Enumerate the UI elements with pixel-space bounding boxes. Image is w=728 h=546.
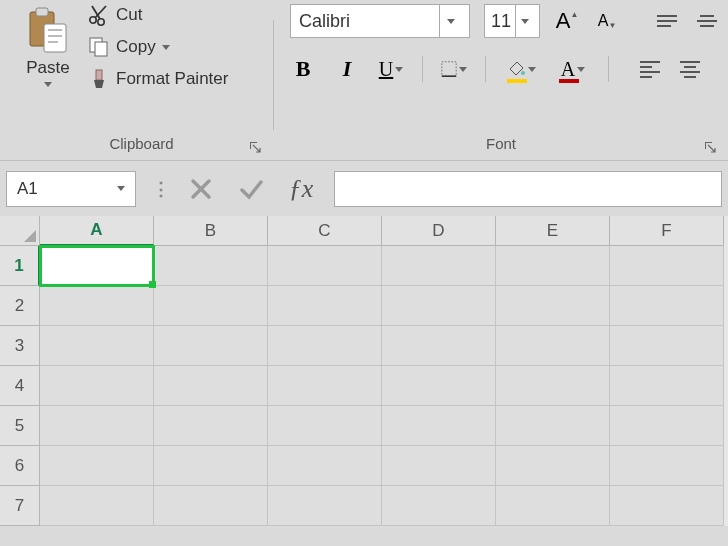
underline-button[interactable]: U	[378, 56, 404, 82]
cell-A5[interactable]	[40, 406, 154, 446]
font-name-dropdown-icon	[439, 5, 461, 37]
cell-D1[interactable]	[382, 246, 496, 286]
column-header-B[interactable]: B	[154, 216, 268, 246]
cell-C3[interactable]	[268, 326, 382, 366]
cell-A7[interactable]	[40, 486, 154, 526]
launcher-icon	[247, 139, 263, 155]
cell-E7[interactable]	[496, 486, 610, 526]
cell-B4[interactable]	[154, 366, 268, 406]
align-center-button[interactable]	[677, 56, 703, 82]
paste-dropdown-icon	[44, 82, 52, 87]
shrink-font-icon: A	[598, 12, 609, 30]
cell-F1[interactable]	[610, 246, 724, 286]
cell-B3[interactable]	[154, 326, 268, 366]
align-left-button[interactable]	[637, 56, 663, 82]
row-header-4[interactable]: 4	[0, 366, 40, 406]
cell-C7[interactable]	[268, 486, 382, 526]
formula-input[interactable]	[334, 171, 722, 207]
cell-F3[interactable]	[610, 326, 724, 366]
cell-A3[interactable]	[40, 326, 154, 366]
cell-C4[interactable]	[268, 366, 382, 406]
cell-E1[interactable]	[496, 246, 610, 286]
enter-formula-button[interactable]	[226, 171, 276, 207]
fx-icon: ƒx	[289, 174, 314, 204]
cell-E6[interactable]	[496, 446, 610, 486]
cell-C2[interactable]	[268, 286, 382, 326]
name-box-value: A1	[17, 179, 38, 199]
borders-button[interactable]	[441, 56, 467, 82]
svg-rect-13	[442, 62, 456, 76]
cell-B6[interactable]	[154, 446, 268, 486]
format-painter-button[interactable]: Format Painter	[88, 68, 228, 90]
column-header-A[interactable]: A	[40, 216, 154, 246]
cell-C5[interactable]	[268, 406, 382, 446]
cell-C6[interactable]	[268, 446, 382, 486]
cell-B5[interactable]	[154, 406, 268, 446]
row-header-7[interactable]: 7	[0, 486, 40, 526]
column-header-D[interactable]: D	[382, 216, 496, 246]
separator	[422, 56, 423, 82]
ribbon: Paste Cut	[0, 0, 728, 160]
cell-E5[interactable]	[496, 406, 610, 446]
cell-D5[interactable]	[382, 406, 496, 446]
grow-font-icon: A	[556, 8, 571, 34]
cell-A6[interactable]	[40, 446, 154, 486]
cell-B2[interactable]	[154, 286, 268, 326]
cell-E4[interactable]	[496, 366, 610, 406]
column-header-C[interactable]: C	[268, 216, 382, 246]
cell-A1[interactable]	[40, 246, 154, 286]
fill-color-button[interactable]	[504, 56, 538, 82]
column-header-F[interactable]: F	[610, 216, 724, 246]
italic-button[interactable]: I	[334, 56, 360, 82]
align-middle-button[interactable]	[694, 8, 720, 34]
font-group-label: Font	[486, 135, 516, 152]
clipboard-launcher[interactable]	[247, 138, 263, 154]
row-header-2[interactable]: 2	[0, 286, 40, 326]
font-name-select[interactable]: Calibri	[290, 4, 470, 38]
bold-button[interactable]: B	[290, 56, 316, 82]
column-header-E[interactable]: E	[496, 216, 610, 246]
paste-button[interactable]: Paste	[18, 4, 78, 87]
cell-D6[interactable]	[382, 446, 496, 486]
cell-D7[interactable]	[382, 486, 496, 526]
font-size-select[interactable]: 11	[484, 4, 540, 38]
shrink-font-button[interactable]: A ▼	[594, 8, 620, 34]
row-header-1[interactable]: 1	[0, 246, 40, 286]
grow-font-button[interactable]: A ▲	[554, 8, 580, 34]
cell-A2[interactable]	[40, 286, 154, 326]
cell-D2[interactable]	[382, 286, 496, 326]
row-header-6[interactable]: 6	[0, 446, 40, 486]
cut-button[interactable]: Cut	[88, 4, 228, 26]
cell-E3[interactable]	[496, 326, 610, 366]
copy-icon	[88, 36, 110, 58]
font-launcher[interactable]	[702, 138, 718, 154]
copy-button[interactable]: Copy	[88, 36, 228, 58]
cell-F5[interactable]	[610, 406, 724, 446]
cell-D3[interactable]	[382, 326, 496, 366]
row-header-3[interactable]: 3	[0, 326, 40, 366]
cell-F4[interactable]	[610, 366, 724, 406]
paste-label: Paste	[26, 58, 69, 78]
cell-E2[interactable]	[496, 286, 610, 326]
insert-function-button[interactable]: ƒx	[276, 171, 326, 207]
formula-bar-handle[interactable]: ⋮	[146, 178, 176, 200]
cell-B7[interactable]	[154, 486, 268, 526]
ribbon-group-clipboard: Paste Cut	[10, 0, 273, 160]
cell-D4[interactable]	[382, 366, 496, 406]
font-color-button[interactable]: A	[556, 56, 590, 82]
select-all-corner[interactable]	[0, 216, 40, 246]
separator	[608, 56, 609, 82]
italic-icon: I	[343, 56, 352, 82]
name-box[interactable]: A1	[6, 171, 136, 207]
cell-F2[interactable]	[610, 286, 724, 326]
ribbon-group-font: Calibri 11 A ▲ A ▼	[274, 0, 728, 160]
cell-F6[interactable]	[610, 446, 724, 486]
cell-A4[interactable]	[40, 366, 154, 406]
font-size-value: 11	[491, 11, 515, 32]
cell-F7[interactable]	[610, 486, 724, 526]
cell-B1[interactable]	[154, 246, 268, 286]
align-top-button[interactable]	[654, 8, 680, 34]
cancel-formula-button[interactable]	[176, 171, 226, 207]
cell-C1[interactable]	[268, 246, 382, 286]
row-header-5[interactable]: 5	[0, 406, 40, 446]
